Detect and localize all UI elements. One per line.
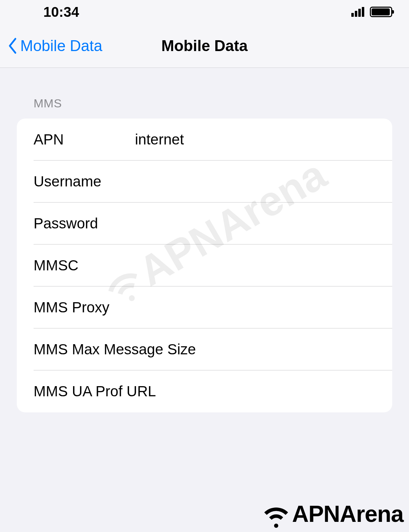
password-label: Password xyxy=(34,215,135,232)
mmsc-label: MMSC xyxy=(34,257,135,274)
setting-row-mms-proxy[interactable]: MMS Proxy xyxy=(17,286,392,328)
mms-ua-prof-input[interactable] xyxy=(156,383,392,400)
footer-logo: APNArena xyxy=(259,500,403,528)
setting-row-mmsc[interactable]: MMSC xyxy=(17,244,392,286)
password-input[interactable] xyxy=(135,215,392,232)
setting-row-mms-ua-prof[interactable]: MMS UA Prof URL xyxy=(17,370,392,412)
status-indicators xyxy=(351,7,392,17)
mms-max-size-label: MMS Max Message Size xyxy=(34,341,196,358)
setting-row-apn[interactable]: APN xyxy=(17,119,392,161)
chevron-left-icon xyxy=(8,37,17,54)
mms-proxy-input[interactable] xyxy=(135,299,392,316)
setting-row-password[interactable]: Password xyxy=(17,203,392,244)
apn-input[interactable] xyxy=(135,131,392,148)
signal-icon xyxy=(351,7,364,17)
mms-max-size-input[interactable] xyxy=(196,341,392,358)
page-title: Mobile Data xyxy=(162,37,248,55)
battery-icon xyxy=(370,7,392,17)
mmsc-input[interactable] xyxy=(135,257,392,274)
section-header-mms: MMS xyxy=(17,68,392,119)
mms-proxy-label: MMS Proxy xyxy=(34,299,135,316)
back-button-label: Mobile Data xyxy=(20,37,102,55)
status-time: 10:34 xyxy=(17,4,79,20)
username-input[interactable] xyxy=(135,173,392,190)
settings-group-mms: APN Username Password MMSC MMS Proxy MMS… xyxy=(17,119,392,412)
setting-row-mms-max-size[interactable]: MMS Max Message Size xyxy=(17,328,392,370)
wifi-icon xyxy=(259,500,294,528)
status-bar: 10:34 xyxy=(0,0,409,24)
back-button[interactable]: Mobile Data xyxy=(0,37,102,55)
mms-ua-prof-label: MMS UA Prof URL xyxy=(34,383,156,400)
apn-label: APN xyxy=(34,131,135,148)
username-label: Username xyxy=(34,173,135,190)
setting-row-username[interactable]: Username xyxy=(17,161,392,203)
nav-bar: Mobile Data Mobile Data xyxy=(0,24,409,68)
